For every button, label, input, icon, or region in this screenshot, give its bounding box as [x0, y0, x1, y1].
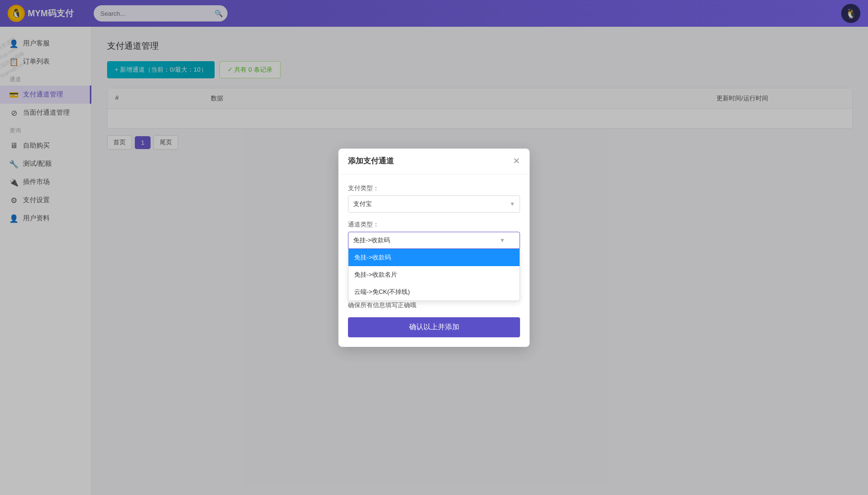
channel-option-3[interactable]: 云端->免CK(不掉线)	[348, 283, 520, 301]
modal-title: 添加支付通道	[348, 156, 394, 166]
modal-body: 支付类型： 支付宝 微信 银行卡 ▼ 通道类型： 免挂->收款码 ▼	[338, 174, 530, 347]
modal-add-channel: 添加支付通道 ✕ 支付类型： 支付宝 微信 银行卡 ▼ 通道类型：	[338, 149, 530, 347]
pay-type-select-wrapper: 支付宝 微信 银行卡 ▼	[348, 195, 520, 213]
channel-type-value: 免挂->收款码	[353, 236, 390, 245]
pay-type-select[interactable]: 支付宝 微信 银行卡	[348, 195, 520, 213]
form-hint: 确保所有信息填写正确哦	[348, 301, 520, 310]
channel-type-label: 通道类型：	[348, 220, 520, 229]
channel-option-1[interactable]: 免挂->收款码	[348, 249, 520, 266]
pay-type-group: 支付类型： 支付宝 微信 银行卡 ▼	[348, 184, 520, 213]
channel-type-display[interactable]: 免挂->收款码 ▼	[348, 232, 520, 249]
pay-type-label: 支付类型：	[348, 184, 520, 193]
channel-type-group: 通道类型： 免挂->收款码 ▼ 免挂->收款码 免挂->收款名片 云端->免CK…	[348, 220, 520, 301]
modal-close-button[interactable]: ✕	[513, 157, 520, 165]
channel-type-arrow-icon: ▼	[499, 237, 505, 244]
channel-dropdown: 免挂->收款码 免挂->收款名片 云端->免CK(不掉线)	[348, 249, 520, 301]
confirm-add-button[interactable]: 确认以上并添加	[348, 317, 520, 337]
modal-header: 添加支付通道 ✕	[338, 149, 530, 174]
channel-type-input-wrap: 免挂->收款码 ▼ 免挂->收款码 免挂->收款名片 云端->免CK(不掉线)	[348, 232, 520, 301]
modal-overlay[interactable]: 添加支付通道 ✕ 支付类型： 支付宝 微信 银行卡 ▼ 通道类型：	[0, 0, 868, 495]
channel-option-2[interactable]: 免挂->收款名片	[348, 266, 520, 283]
